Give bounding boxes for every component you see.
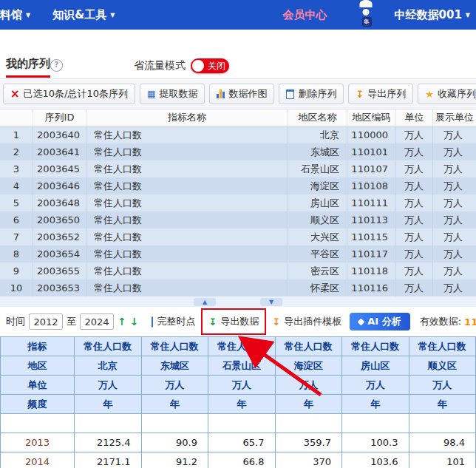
nav-item-tools[interactable]: 知识&工具 (52, 8, 115, 22)
tab-my-series-label: 我的序列 (6, 57, 50, 71)
grid-meta-cell: 年 (409, 395, 476, 414)
clipped-cell (275, 414, 342, 433)
grid-meta-cell: 万人 (409, 376, 476, 395)
grid-value-cell: 370 (275, 452, 342, 468)
grid-meta-cell: 顺义区 (409, 356, 476, 376)
indicator-name: 常住人口数 (86, 160, 288, 177)
tab-my-series[interactable]: 我的序列 (6, 57, 50, 78)
chart-data-button[interactable]: 数据作图 (209, 84, 274, 104)
valid-data-count: 117 (464, 316, 476, 328)
extract-data-label: 提取数据 (159, 87, 197, 101)
complete-points-checkbox[interactable] (152, 316, 153, 328)
download-icon (356, 89, 364, 99)
grid-meta-cell: 年 (75, 395, 142, 414)
nav-item-archive[interactable]: 资料馆 (0, 8, 30, 22)
ai-analysis-label: AI 分析 (367, 315, 401, 328)
grid-meta-cell: 常住人口数 (275, 337, 342, 356)
nav-right: 会员中心 集 中经数据001 (283, 5, 476, 25)
unit: 万人 (396, 143, 433, 160)
region-name: 密云区 (288, 262, 347, 279)
region-name: 北京 (288, 126, 347, 143)
export-data-button[interactable]: 导出数据 (208, 315, 259, 328)
indicator-name: 常住人口数 (86, 228, 288, 245)
series-id: 2003640 (33, 126, 86, 143)
grid-value-cell: 65.7 (208, 433, 276, 452)
grid-indicator-row: 指标 常住人口数 常住人口数 常住人口数 常住人口数 常住人口数 常住人口数 (1, 337, 476, 356)
row-number: 10 (0, 279, 33, 296)
region-name: 房山区 (288, 194, 347, 211)
export-template-button[interactable]: 导出插件模板 (272, 315, 341, 328)
col-header-number (0, 109, 33, 126)
extract-data-button[interactable]: 提取数据 (140, 84, 205, 104)
table-row[interactable]: 6 2003650 常住人口数 顺义区 110113 万人 万人 (0, 211, 476, 228)
table-row[interactable]: 5 2003648 常住人口数 房山区 110111 万人 万人 (0, 194, 476, 211)
favorite-series-button[interactable]: 收藏序列 (418, 84, 476, 104)
clipped-cell (208, 414, 276, 433)
display-unit: 万人 (433, 160, 476, 177)
delete-series-button[interactable]: 删除序列 (279, 84, 344, 104)
table-row[interactable]: 1 2003640 常住人口数 北京 110000 万人 万人 (0, 126, 476, 143)
app-window: 资料馆 知识&工具 会员中心 集 中经数据001 我的序列 省流量模式 关闭 (0, 0, 476, 468)
row-number: 7 (0, 228, 33, 245)
grid-meta-cell: 常住人口数 (75, 337, 142, 356)
table-row[interactable]: 3 2003645 常住人口数 石景山区 110107 万人 万人 (0, 160, 476, 177)
table-row[interactable]: 9 2003655 常住人口数 密云区 110118 万人 万人 (0, 262, 476, 279)
grid-row-label: 地区 (1, 356, 75, 376)
display-unit: 万人 (433, 245, 476, 262)
collapse-down-button[interactable] (260, 298, 282, 306)
table-row[interactable]: 8 2003654 常住人口数 平谷区 110117 万人 万人 (0, 245, 476, 262)
user-avatar[interactable]: 集 (366, 5, 386, 25)
time-from-input[interactable] (29, 313, 63, 330)
series-table: 序列ID 指标名称 地区名称 地区编码 单位 展示单位 1 2003640 常住… (0, 109, 476, 296)
to-label: 至 (67, 315, 76, 328)
region-code: 110101 (347, 143, 396, 160)
preview-controls: 时间 至 ↑ ↓ 完整时点 导出数据 导出插件模板 AI 分析 有效数据: 11… (0, 307, 476, 336)
close-icon (10, 89, 20, 100)
row-number: 2 (0, 143, 33, 160)
indicator-name: 常住人口数 (86, 245, 288, 262)
complete-points-label: 完整时点 (157, 315, 195, 328)
member-center-link[interactable]: 会员中心 (283, 8, 327, 22)
unit: 万人 (396, 245, 433, 262)
region-name: 大兴区 (288, 228, 347, 245)
user-menu[interactable]: 中经数据001 (395, 8, 470, 22)
preview-grid: 指标 常住人口数 常住人口数 常住人口数 常住人口数 常住人口数 常住人口数 地… (0, 336, 476, 468)
grid-meta-cell: 常住人口数 (141, 337, 208, 356)
export-series-button[interactable]: 导出序列 (348, 84, 413, 104)
series-id: 2003650 (33, 211, 86, 228)
sort-ascending-icon[interactable]: ↑ (118, 316, 126, 327)
clear-selection-button[interactable]: 已选10条/总计10条序列 (3, 84, 135, 104)
nav-tools-label: 知识&工具 (52, 8, 106, 22)
grid-value-cell: 100.3 (342, 433, 409, 452)
display-unit: 万人 (433, 262, 476, 279)
toggle-knob (192, 60, 204, 72)
traffic-saver-label: 省流量模式 (134, 59, 186, 72)
time-to-input[interactable] (80, 313, 114, 330)
collapse-up-button[interactable] (194, 298, 216, 306)
extract-data-icon (147, 89, 155, 98)
row-number: 5 (0, 194, 33, 211)
indicator-name: 常住人口数 (86, 262, 288, 279)
series-table-body: 1 2003640 常住人口数 北京 110000 万人 万人 2 200364… (0, 126, 476, 296)
help-icon[interactable] (50, 59, 63, 72)
valid-data-stats: 有效数据: 117 个( 84.5 (420, 315, 476, 328)
region-code: 110108 (347, 177, 396, 194)
grid-value-cell: 90.9 (141, 433, 208, 452)
unit: 万人 (396, 279, 433, 296)
ai-analysis-button[interactable]: AI 分析 (350, 313, 409, 330)
region-code: 110118 (347, 262, 396, 279)
traffic-saver-toggle[interactable]: 关闭 (191, 58, 229, 73)
sort-descending-icon[interactable]: ↓ (130, 316, 139, 327)
region-code: 110113 (347, 211, 396, 228)
spacer (0, 30, 476, 56)
clipped-cell (1, 414, 75, 433)
grid-meta-cell: 常住人口数 (208, 337, 276, 356)
table-row[interactable]: 2 2003641 常住人口数 东城区 110101 万人 万人 (0, 143, 476, 160)
table-row[interactable]: 4 2003646 常住人口数 海淀区 110108 万人 万人 (0, 177, 476, 194)
clipped-cell (409, 414, 476, 433)
region-code: 110000 (347, 126, 396, 143)
grid-data-row: 2013 2125.4 90.9 65.7 359.7 100.3 98.4 (1, 433, 476, 452)
table-row[interactable]: 10 2003653 常住人口数 怀柔区 110116 万人 万人 (0, 279, 476, 296)
col-header-series-id: 序列ID (33, 109, 86, 126)
table-row[interactable]: 7 2003652 常住人口数 大兴区 110115 万人 万人 (0, 228, 476, 245)
